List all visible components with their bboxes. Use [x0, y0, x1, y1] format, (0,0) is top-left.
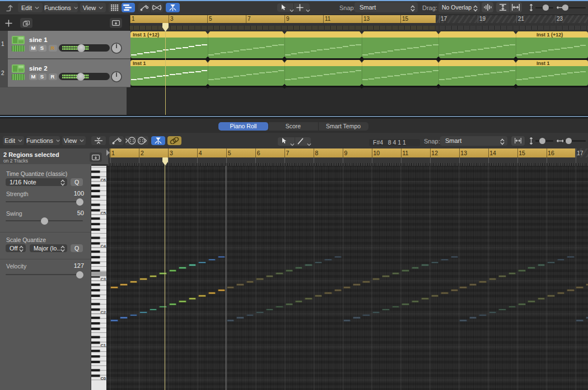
- svg-text:C1: C1: [100, 343, 106, 348]
- svg-text:C5: C5: [100, 211, 106, 216]
- svg-text:C6: C6: [100, 178, 106, 183]
- svg-text:C4: C4: [100, 244, 106, 249]
- svg-text:C0: C0: [100, 376, 106, 381]
- svg-text:C2: C2: [100, 310, 106, 315]
- svg-text:C3: C3: [100, 277, 106, 282]
